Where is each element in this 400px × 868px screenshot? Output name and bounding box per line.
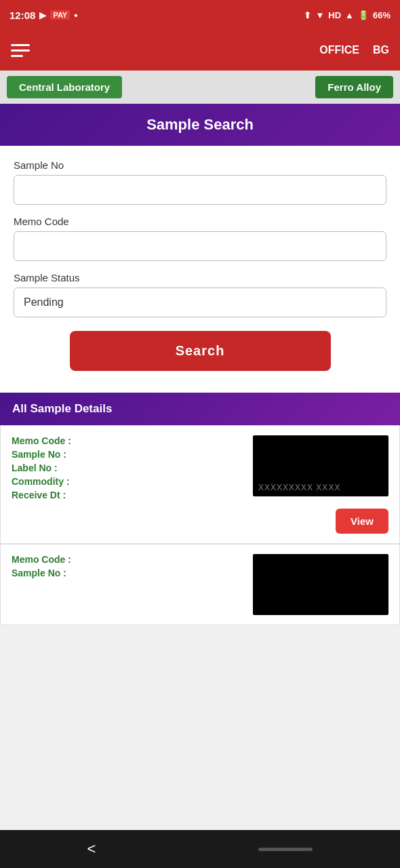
tab-central-laboratory[interactable]: Central Laboratory — [7, 76, 122, 98]
signal-bars-icon: ▲ — [345, 10, 354, 20]
sample-no-group: Sample No — [14, 159, 386, 205]
card2-memo-code-row: Memo Code : — [12, 554, 243, 565]
card1-image-block: XXXXXXXXX XXXX — [253, 435, 388, 496]
sample-search-heading: Sample Search — [0, 104, 400, 146]
sample-status-label: Sample Status — [14, 272, 386, 283]
form-card: Sample No Memo Code Sample Status Search — [0, 146, 400, 393]
sample-status-input[interactable] — [14, 288, 386, 317]
card1-label-no-row: Label No : — [12, 462, 243, 473]
card1-view-button[interactable]: View — [336, 509, 388, 534]
hd-label: HD — [328, 10, 341, 20]
tab-ferro-alloy[interactable]: Ferro Alloy — [315, 76, 393, 98]
card1-commodity-label: Commodity : — [12, 476, 86, 487]
app-bar: OFFICE BG — [0, 30, 400, 71]
wifi-icon: ▼ — [315, 10, 324, 20]
memo-code-group: Memo Code — [14, 216, 386, 261]
battery-icon: 🔋 — [358, 10, 369, 20]
memo-code-label: Memo Code — [14, 216, 386, 227]
card1-receive-dt-label: Receive Dt : — [12, 490, 86, 500]
status-bar: 12:08 ▶ PAY • ⬆ ▼ HD ▲ 🔋 66% — [0, 0, 400, 30]
memo-code-input[interactable] — [14, 231, 386, 261]
app-icon: PAY — [50, 10, 70, 20]
search-button[interactable]: Search — [70, 331, 331, 371]
sample-card-2-fields: Memo Code : Sample No : — [12, 554, 243, 615]
home-pill[interactable] — [258, 848, 313, 851]
hamburger-line-3 — [11, 55, 23, 57]
hamburger-line-2 — [11, 50, 30, 52]
office-button[interactable]: OFFICE — [319, 44, 359, 56]
sample-no-label: Sample No — [14, 159, 386, 171]
card1-blur-text: XXXXXXXXX XXXX — [258, 483, 340, 492]
card1-sample-no-row: Sample No : — [12, 449, 243, 460]
back-button[interactable]: < — [87, 840, 96, 858]
card2-sample-no-row: Sample No : — [12, 568, 243, 578]
sample-card-1-fields: Memo Code : Sample No : Label No : Commo… — [12, 435, 243, 503]
sample-card-1-inner: Memo Code : Sample No : Label No : Commo… — [12, 435, 388, 503]
card2-image-block — [253, 554, 388, 615]
card1-sample-no-label: Sample No : — [12, 449, 86, 460]
app-bar-actions: OFFICE BG — [319, 44, 389, 56]
hamburger-line-1 — [11, 44, 30, 46]
battery-level: 66% — [373, 10, 391, 20]
card1-commodity-row: Commodity : — [12, 476, 243, 487]
card1-label-no-label: Label No : — [12, 462, 86, 473]
sample-status-group: Sample Status — [14, 272, 386, 317]
sample-card-2: Memo Code : Sample No : — [0, 544, 400, 625]
sample-card-1: Memo Code : Sample No : Label No : Commo… — [0, 425, 400, 544]
card1-receive-dt-row: Receive Dt : — [12, 490, 243, 500]
time-display: 12:08 — [9, 9, 35, 21]
bg-button[interactable]: BG — [373, 44, 389, 56]
card2-memo-code-label: Memo Code : — [12, 554, 86, 565]
sample-no-input[interactable] — [14, 175, 386, 205]
dot-indicator: • — [74, 9, 77, 21]
results-section: All Sample Details Memo Code : Sample No… — [0, 393, 400, 625]
status-right: ⬆ ▼ HD ▲ 🔋 66% — [304, 10, 391, 20]
bottom-nav: < — [0, 830, 400, 868]
status-left: 12:08 ▶ PAY • — [9, 9, 77, 21]
tab-row: Central Laboratory Ferro Alloy — [0, 71, 400, 104]
card1-bottom: View — [12, 509, 388, 534]
card1-memo-code-label: Memo Code : — [12, 435, 86, 446]
sample-card-2-inner: Memo Code : Sample No : — [12, 554, 388, 615]
media-icon: ▶ — [39, 10, 46, 20]
results-heading: All Sample Details — [0, 393, 400, 425]
hamburger-menu[interactable] — [11, 44, 30, 57]
signal-arrow-icon: ⬆ — [304, 10, 311, 20]
card1-memo-code-row: Memo Code : — [12, 435, 243, 446]
card2-sample-no-label: Sample No : — [12, 568, 86, 578]
